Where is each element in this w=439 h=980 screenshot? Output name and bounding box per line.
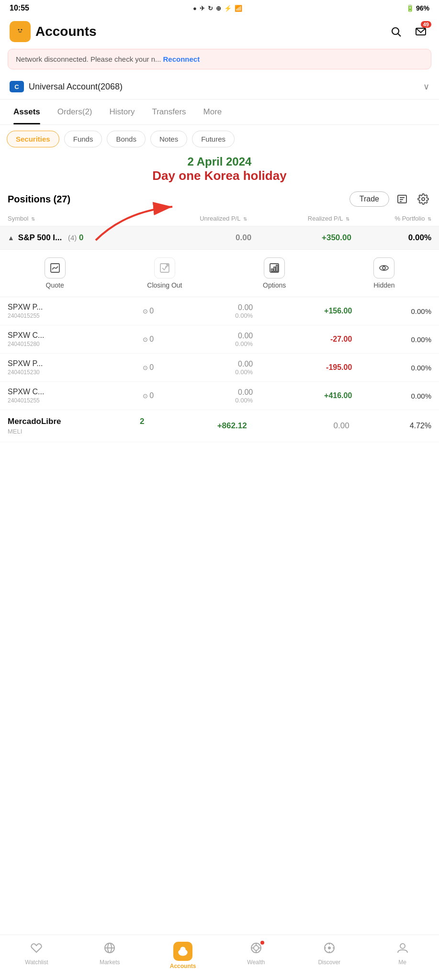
date-overlay: 2 April 2024 Day one Korea holiday (0, 153, 439, 187)
notifications-button[interactable]: 49 (412, 23, 429, 40)
col-realized-header[interactable]: Realized P/L ⇅ (247, 215, 349, 222)
svg-point-22 (383, 267, 385, 269)
nav-markets[interactable]: Markets (73, 939, 146, 972)
pos-symbol: SPXW P... (8, 359, 140, 368)
svg-point-29 (254, 946, 259, 950)
position-row-spxw3[interactable]: SPXW P... 2404015230 ⊙ 0 0.00 0.00% -195… (0, 354, 439, 382)
subtab-futures[interactable]: Futures (192, 131, 235, 147)
group-row-sp500[interactable]: ▲ S&P 500 I... (4) 0 0.00 +350.00 0.00% (0, 226, 439, 250)
svg-point-6 (392, 28, 399, 34)
closing-out-label: Closing Out (147, 281, 182, 289)
bottom-navigation: Watchlist Markets Accounts (0, 935, 439, 980)
group-portfolio: 0.00% (351, 233, 431, 243)
markets-icon (103, 942, 116, 957)
sort-icon[interactable] (394, 191, 410, 207)
position-row-spxw2[interactable]: SPXW C... 2404015280 ⊙ 0 0.00 0.00% -27.… (0, 325, 439, 354)
settings-icon[interactable] (415, 191, 431, 207)
merc-qty: 2 (140, 417, 144, 426)
group-realized: +350.00 (251, 233, 351, 243)
svg-rect-19 (274, 267, 275, 271)
clock-icon: ⊙ (143, 392, 148, 400)
battery-icon: 🔋 (406, 4, 414, 12)
group-expand-icon: ▲ (8, 234, 14, 242)
me-icon (396, 942, 409, 957)
nav-wealth[interactable]: Wealth (219, 939, 293, 972)
options-label: Options (263, 281, 286, 289)
signal-bars: 📶 (235, 5, 242, 12)
subtab-funds[interactable]: Funds (64, 131, 102, 147)
pos-unrealized: 0.00 0.00% (154, 388, 253, 404)
nav-accounts[interactable]: Accounts (146, 939, 220, 972)
col-portfolio-header[interactable]: % Portfolio ⇅ (349, 215, 431, 222)
notification-badge: 49 (421, 21, 431, 28)
svg-point-13 (422, 198, 425, 200)
quote-action[interactable]: Quote (0, 257, 110, 289)
hidden-action[interactable]: Hidden (329, 257, 439, 289)
header: Accounts 49 (0, 16, 439, 49)
app-logo (10, 21, 31, 42)
page-title: Accounts (35, 24, 97, 39)
sort-realized-icon: ⇅ (346, 216, 349, 222)
reconnect-button[interactable]: Reconnect (163, 55, 200, 63)
nav-wealth-label: Wealth (247, 959, 265, 966)
bluetooth-icon: ⚡ (224, 5, 232, 12)
subtab-securities[interactable]: Securities (7, 131, 59, 147)
subtab-bonds[interactable]: Bonds (107, 131, 146, 147)
pos-realized: -195.00 (253, 363, 352, 372)
svg-point-5 (21, 29, 23, 31)
tab-assets[interactable]: Assets (5, 100, 49, 124)
sync-icon: ↻ (208, 5, 213, 12)
pos-portfolio: 0.00% (352, 392, 431, 400)
sort-unrealized-icon: ⇅ (243, 216, 247, 222)
options-action[interactable]: Options (220, 257, 329, 289)
accounts-icon (173, 942, 192, 961)
nav-discover[interactable]: Discover (293, 939, 366, 972)
subtab-notes[interactable]: Notes (150, 131, 187, 147)
sort-portfolio-icon: ⇅ (428, 216, 431, 222)
column-headers: Symbol ⇅ Unrealized P/L ⇅ Realized P/L ⇅… (0, 211, 439, 226)
pos-symbol-col: SPXW P... 2404015230 (8, 359, 140, 376)
signal-icon: ● (193, 5, 197, 12)
status-time: 10:55 (10, 4, 29, 12)
svg-rect-18 (271, 269, 273, 271)
header-left: Accounts (10, 21, 97, 42)
quote-label: Quote (46, 281, 64, 289)
pos-symbol: SPXW C... (8, 331, 140, 340)
action-section: Quote Closing Out (0, 250, 439, 297)
position-row-spxw1[interactable]: SPXW P... 2404015255 ⊙ 0 0.00 0.00% +156… (0, 297, 439, 325)
main-tabs: Assets Orders(2) History Transfers More (0, 100, 439, 125)
nav-me[interactable]: Me (366, 939, 439, 972)
tab-orders[interactable]: Orders(2) (49, 100, 101, 124)
pos-qty: 0 (149, 391, 154, 400)
merc-sublabel: MELI (8, 428, 144, 435)
nav-watchlist[interactable]: Watchlist (0, 939, 73, 972)
nav-accounts-label: Accounts (170, 963, 196, 969)
pos-realized: +416.00 (253, 391, 352, 400)
pos-symbol: SPXW P... (8, 303, 140, 312)
header-actions: 49 (387, 23, 429, 40)
pos-id: 2404015280 (8, 341, 140, 347)
pos-unrealized: 0.00 0.00% (154, 332, 253, 347)
bottom-spacer (0, 442, 439, 480)
hidden-label: Hidden (373, 281, 394, 289)
action-row: Quote Closing Out (0, 250, 439, 297)
closing-out-action[interactable]: Closing Out (110, 257, 219, 289)
merc-symbol: MercadoLibre (8, 417, 132, 426)
options-icon (264, 257, 285, 278)
merc-portfolio: 4.72% (349, 422, 431, 430)
merc-realized: 0.00 (247, 421, 349, 431)
trade-button[interactable]: Trade (349, 191, 389, 207)
tab-history[interactable]: History (101, 100, 144, 124)
account-selector[interactable]: C Universal Account(2068) ∨ (0, 74, 439, 100)
sub-tabs: Securities Funds Bonds Notes Futures (0, 125, 439, 153)
tab-more[interactable]: More (195, 100, 231, 124)
tab-transfers[interactable]: Transfers (143, 100, 194, 124)
search-button[interactable] (387, 23, 405, 40)
quote-icon (45, 257, 66, 278)
account-icon: C (10, 81, 24, 92)
position-row-spxw4[interactable]: SPXW C... 2404015255 ⊙ 0 0.00 0.00% +416… (0, 382, 439, 410)
battery-percent: 96% (416, 4, 429, 12)
pos-id: 2404015230 (8, 369, 140, 376)
position-row-mercadolibre[interactable]: MercadoLibre 2 MELI +862.12 0.00 4.72% (0, 410, 439, 442)
sort-symbol-icon: ⇅ (31, 216, 35, 222)
